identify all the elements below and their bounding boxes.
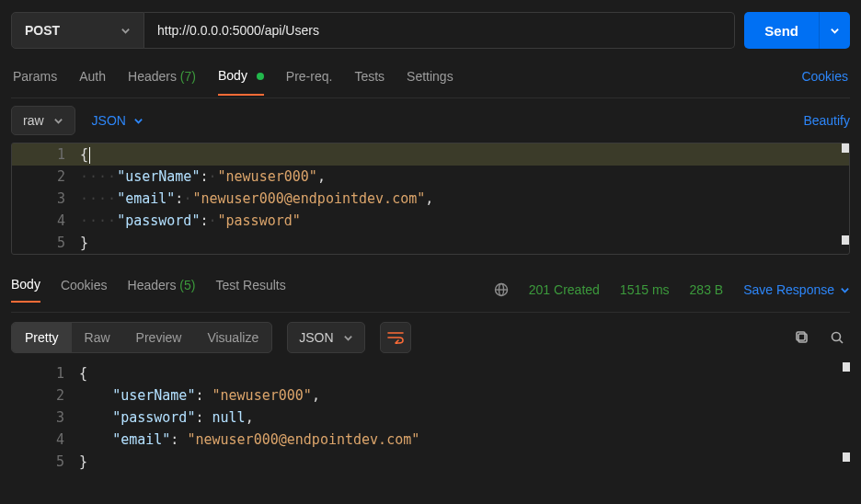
dot-icon [257,73,264,80]
tab-body-label: Body [218,68,247,83]
gutter-line: 5 [12,232,80,254]
scrollbar[interactable] [842,143,849,254]
tab-tests[interactable]: Tests [354,69,385,95]
tab-headers[interactable]: Headers (7) [128,69,196,95]
code-key: "password" [117,212,200,229]
code-brace: } [80,235,88,251]
body-type-select[interactable]: raw [11,106,75,135]
body-type-value: raw [23,113,44,128]
space-dots: · [208,168,217,185]
response-tab-headers-count: (5) [179,278,195,292]
tab-params[interactable]: Params [13,69,57,95]
cookies-link[interactable]: Cookies [801,69,848,95]
save-response-button[interactable]: Save Response [743,282,850,297]
response-tab-cookies[interactable]: Cookies [61,278,108,302]
indent-dots: ···· [80,212,117,229]
tab-auth[interactable]: Auth [79,69,106,95]
indent-dots: ···· [80,168,117,185]
response-tab-headers[interactable]: Headers (5) [128,278,196,302]
chevron-down-icon [830,26,840,36]
segment-raw[interactable]: Raw [72,323,123,352]
wrap-icon [387,331,404,344]
send-button[interactable]: Send [744,12,819,49]
response-size: 283 B [690,282,724,297]
chevron-down-icon [343,333,353,343]
globe-icon [494,282,509,297]
code-key: "password" [112,409,195,426]
body-format-select[interactable]: JSON [92,113,144,128]
response-format-value: JSON [299,330,333,345]
svg-point-5 [832,333,841,341]
response-time: 1515 ms [620,282,670,297]
chevron-down-icon [840,285,850,295]
code-string: "password" [218,212,301,229]
send-more-button[interactable] [819,12,850,49]
gutter-line: 4 [11,429,79,451]
space-dots: · [208,212,217,229]
response-body-viewer[interactable]: 1 { 2 "userName": "newuser000", 3 "passw… [11,362,850,473]
gutter-line: 4 [12,210,80,232]
cursor-icon [89,147,90,164]
chevron-down-icon [121,26,131,36]
request-body-editor[interactable]: 1 { 2 ····"userName":·"newuser000", 3 ··… [11,143,850,255]
code-brace: { [80,146,88,163]
gutter-line: 5 [11,451,79,473]
save-response-label: Save Response [743,282,834,297]
tab-settings[interactable]: Settings [407,69,453,95]
code-key: "userName" [112,387,195,404]
tab-headers-label: Headers [128,69,177,84]
response-tab-body[interactable]: Body [11,277,40,303]
response-tab-headers-label: Headers [128,278,177,292]
gutter-line: 3 [12,188,80,210]
tab-body[interactable]: Body [218,68,264,96]
chevron-down-icon [133,116,144,126]
chevron-down-icon [53,116,63,126]
copy-icon [795,330,809,345]
code-null: null [212,409,246,426]
response-tab-testresults[interactable]: Test Results [215,278,285,302]
gutter-line: 3 [11,407,79,429]
url-input[interactable] [144,12,735,49]
scrollbar[interactable] [843,362,850,473]
segment-preview[interactable]: Preview [123,323,195,352]
code-key: "email" [112,431,170,448]
search-button[interactable] [824,325,850,350]
wrap-lines-button[interactable] [380,322,411,353]
code-brace: { [79,365,87,382]
code-string: "newuser000" [212,387,312,404]
response-format-select[interactable]: JSON [287,322,364,353]
body-format-value: JSON [92,113,126,128]
indent-dots: ···· [80,190,117,207]
gutter-line: 1 [12,143,80,166]
copy-button[interactable] [789,325,815,350]
svg-line-6 [840,340,844,344]
code-string: "newuser000" [218,168,317,185]
beautify-button[interactable]: Beautify [803,113,850,128]
method-value: POST [25,23,60,38]
code-string: "newuser000@endpointdev.com" [187,431,419,448]
code-key: "userName" [117,168,200,185]
code-brace: } [79,453,87,470]
gutter-line: 2 [11,384,79,407]
method-select[interactable]: POST [11,12,144,49]
gutter-line: 2 [12,166,80,188]
status-code: 201 Created [529,282,600,297]
tab-prereq[interactable]: Pre-req. [286,69,333,95]
tab-headers-count: (7) [180,69,196,84]
segment-pretty[interactable]: Pretty [12,323,72,352]
response-view-segment: Pretty Raw Preview Visualize [11,322,272,353]
search-icon [830,330,844,345]
code-key: "email" [117,190,175,207]
gutter-line: 1 [11,362,79,384]
space-dots: · [183,190,192,207]
code-string: "newuser000@endpointdev.com" [192,190,425,207]
segment-visualize[interactable]: Visualize [194,323,271,352]
